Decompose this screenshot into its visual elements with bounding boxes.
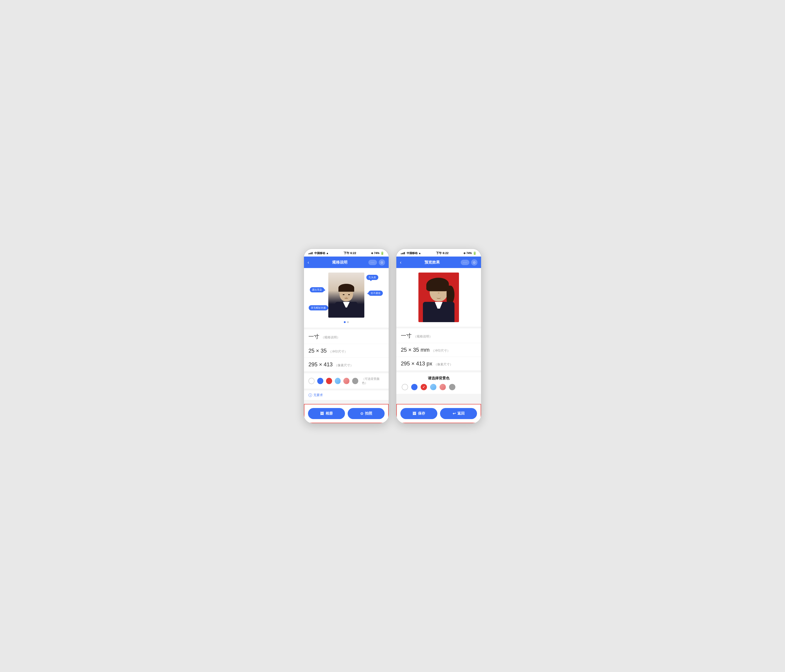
swatch-white[interactable] — [308, 378, 314, 384]
slide-dots — [308, 321, 385, 323]
left-nav-bar: ‹ 规格说明 ··· ⊙ — [304, 257, 389, 268]
battery-icon: 🔋 — [380, 251, 384, 255]
preview-eye-right — [443, 290, 444, 291]
right-pixel-size-row: 295 × 413 px （像素尺寸） — [396, 357, 481, 371]
spec-size-note: （规格说明） — [321, 335, 340, 340]
preview-head — [430, 281, 448, 301]
right-status-right: ⊕ 74% 🔋 — [463, 251, 477, 255]
right-print-size-row: 25 × 35 mm （冲印尺寸） — [396, 343, 481, 357]
mouth — [344, 297, 348, 299]
save-icon: 🖼 — [413, 412, 416, 416]
back-button[interactable]: ‹ — [308, 259, 311, 266]
info-icon: i — [308, 393, 312, 397]
right-carrier-label: 中国移动 — [407, 251, 418, 255]
save-label: 保存 — [418, 411, 425, 416]
right-swatch-red[interactable] — [421, 384, 427, 390]
spec-size-row: 一寸 （规格说明） — [304, 329, 389, 344]
print-size-label: 25 × 35 — [308, 348, 327, 354]
carrier-label: 中国移动 — [314, 251, 325, 255]
right-time-label: 下午 6:22 — [436, 251, 449, 255]
right-nav-bar: ‹ 预览效果 ··· ⊙ — [396, 257, 481, 268]
person-illustration — [335, 286, 358, 318]
swatch-light-red[interactable] — [343, 378, 349, 384]
right-battery-label: 74% — [466, 252, 472, 255]
preview-info-section: 一寸 （规格说明） 25 × 35 mm （冲印尺寸） 295 × 413 px… — [396, 329, 481, 371]
right-dots-button[interactable]: ··· — [461, 260, 469, 265]
swatch-light-blue[interactable] — [335, 378, 341, 384]
camera-icon: ⊙ — [360, 411, 363, 416]
right-print-size-label: 25 × 35 mm — [401, 347, 430, 353]
return-label: 返回 — [457, 411, 464, 416]
return-button[interactable]: ↩ 返回 — [440, 408, 477, 419]
pixel-size-row: 295 × 413 （像素尺寸） — [304, 358, 389, 371]
color-label: （可选背景颜色） — [362, 377, 384, 385]
status-left: 中国移动 ▲ — [308, 251, 329, 255]
return-icon: ↩ — [453, 411, 456, 416]
annotation-ear: 露出耳朵 — [310, 287, 324, 292]
right-swatch-light-blue[interactable] — [430, 384, 436, 390]
preview-photo — [418, 273, 459, 322]
album-label: 相册 — [325, 411, 333, 416]
color-select-section: 请选择背景色 — [396, 373, 481, 394]
annotation-clothes: 穿无帽衫衣服 — [309, 305, 328, 310]
preview-mouth — [437, 297, 441, 299]
preview-collar — [435, 302, 443, 309]
right-gps-icon: ⊕ — [463, 252, 466, 255]
preview-hair — [426, 278, 449, 291]
battery-label: 74% — [374, 252, 380, 255]
right-signal-icon — [401, 252, 405, 254]
photo-section: 扎头发 露出耳朵 笑不露齿 穿无帽衫衣服 — [304, 268, 389, 327]
preview-person — [418, 275, 459, 322]
album-button[interactable]: 🖼 相册 — [308, 408, 345, 419]
dots-button[interactable]: ··· — [368, 260, 377, 265]
preview-nose — [438, 292, 439, 294]
right-status-bar: 中国移动 ▲ 下午 6:22 ⊕ 74% 🔋 — [396, 249, 481, 257]
camera-button[interactable]: ⊙ 拍照 — [348, 408, 385, 419]
right-spec-size-note: （规格说明） — [413, 335, 432, 338]
right-pixel-size-note: （像素尺寸） — [434, 362, 453, 367]
swatch-red[interactable] — [326, 378, 332, 384]
spec-photo — [328, 273, 364, 318]
spec-size-label: 一寸 — [308, 333, 319, 340]
left-content: 扎头发 露出耳朵 笑不露齿 穿无帽衫衣服 — [304, 268, 389, 404]
time-label: 下午 6:22 — [344, 251, 356, 255]
status-right: ⊕ 74% 🔋 — [371, 251, 384, 255]
right-swatch-white[interactable] — [402, 384, 408, 390]
hair — [338, 284, 354, 292]
head — [339, 286, 353, 301]
collar — [343, 302, 350, 307]
right-battery-icon: 🔋 — [473, 251, 477, 255]
nav-title: 规格说明 — [311, 260, 369, 265]
right-bottom-bar: 🖼 保存 ↩ 返回 — [396, 404, 481, 423]
right-swatch-blue[interactable] — [411, 384, 418, 390]
preview-body — [423, 302, 455, 322]
right-back-button[interactable]: ‹ — [400, 259, 403, 266]
pixel-size-label: 295 × 413 — [308, 361, 333, 368]
right-spec-size-row: 一寸 （规格说明） — [396, 329, 481, 343]
camera-label: 拍照 — [365, 411, 372, 416]
pixel-size-note: （像素尺寸） — [335, 363, 353, 367]
right-swatch-gray[interactable] — [449, 384, 455, 390]
right-nav-actions: ··· ⊙ — [461, 259, 477, 266]
right-circle-button[interactable]: ⊙ — [471, 259, 477, 266]
spec-info-section: 一寸 （规格说明） 25 × 35 （冲印尺寸） 295 × 413 （像素尺寸… — [304, 329, 389, 371]
right-spec-size-label: 一寸 — [401, 332, 412, 339]
color-swatches-row — [401, 384, 477, 390]
swatch-blue[interactable] — [317, 378, 323, 384]
circle-button[interactable]: ⊙ — [379, 259, 385, 266]
no-req-text[interactable]: i 无要求 — [308, 393, 384, 397]
eye-left — [343, 294, 344, 295]
print-size-note: （冲印尺寸） — [328, 349, 347, 354]
swatch-gray[interactable] — [352, 378, 358, 384]
right-swatch-light-red[interactable] — [439, 384, 446, 390]
dot-1[interactable] — [344, 321, 346, 323]
save-button[interactable]: 🖼 保存 — [400, 408, 437, 419]
gps-icon: ⊕ — [371, 252, 373, 255]
no-req-section: i 无要求 — [304, 390, 389, 400]
preview-hair-side — [447, 286, 455, 304]
right-print-size-note: （冲印尺寸） — [431, 349, 450, 353]
dot-2[interactable] — [347, 321, 349, 323]
color-section: （可选背景颜色） — [304, 373, 389, 388]
wifi-icon: ▲ — [326, 252, 329, 255]
album-icon: 🖼 — [320, 412, 324, 416]
